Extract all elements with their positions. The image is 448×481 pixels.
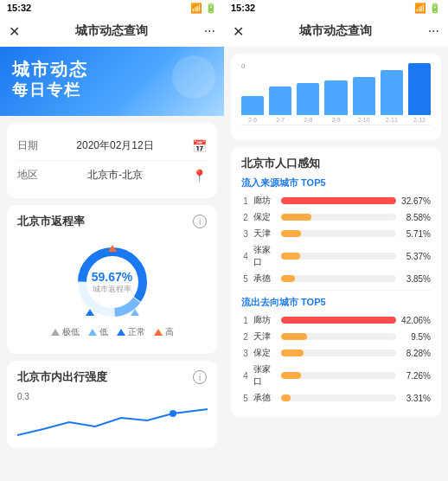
bar-xlabel-4: 2-10 (358, 117, 370, 123)
status-bar-right: 15:32 📶 🔋 (224, 0, 448, 16)
track-in-0 (281, 197, 396, 204)
fill-out-4 (281, 394, 291, 401)
fill-in-0 (281, 197, 396, 204)
fill-in-4 (281, 275, 295, 282)
legend-label-normal: 正常 (128, 326, 145, 338)
city-in-1: 保定 (253, 211, 278, 223)
nav-title-right: 城市动态查询 (299, 23, 372, 39)
legend-row: 极低 低 正常 高 (51, 326, 174, 338)
outflow-section-title: 流出去向城市 TOP5 (241, 296, 431, 309)
bar-xlabel-2: 2-8 (304, 117, 312, 123)
date-row[interactable]: 日期 2020年02月12日 📅 (17, 131, 207, 160)
inflow-item-0: 1 廊坊 32.67% (241, 195, 431, 207)
left-content-area: 日期 2020年02月12日 📅 地区 北京市-北京 📍 北京市返程率 i (0, 116, 224, 481)
region-label: 地区 (17, 168, 38, 183)
bar-col-0: 2-6 (241, 96, 264, 123)
close-icon-right[interactable]: ✕ (233, 23, 244, 40)
rank-in-3: 4 (241, 252, 250, 261)
bar-col-3: 2-9 (324, 80, 347, 123)
legend-high: 高 (154, 326, 174, 338)
city-out-4: 承德 (253, 392, 278, 404)
time-left: 15:32 (7, 3, 31, 13)
pop-card-title: 北京市人口感知 (241, 156, 431, 171)
pct-out-1: 9.5% (400, 332, 431, 342)
left-panel: 15:32 📶 🔋 ✕ 城市动态查询 ··· 城市动态 每日专栏 日期 2020… (0, 0, 224, 481)
fill-out-0 (281, 317, 396, 324)
bar-3 (324, 80, 347, 115)
legend-very-low: 极低 (51, 326, 80, 338)
bar-col-4: 2-10 (353, 77, 375, 123)
return-sub-label: 城市返程率 (92, 284, 132, 295)
city-in-0: 廊坊 (253, 195, 278, 207)
info-icon-return[interactable]: i (193, 215, 207, 228)
outflow-item-0: 1 廊坊 42.06% (241, 314, 431, 326)
pct-in-1: 8.58% (400, 213, 431, 222)
outflow-item-1: 2 天津 9.5% (241, 330, 431, 343)
rank-in-4: 5 (241, 274, 250, 284)
rank-out-0: 1 (241, 316, 250, 325)
bar-xlabel-3: 2-9 (331, 117, 340, 123)
right-panel: 15:32 📶 🔋 ✕ 城市动态查询 ··· 0 2-6 2-7 (224, 0, 448, 481)
legend-label-high: 高 (165, 326, 174, 338)
donut-container: 59.67% 城市返程率 极低 低 正常 (17, 236, 207, 345)
bar-col-5: 2-11 (381, 70, 403, 123)
outflow-item-3: 4 张家口 7.26% (241, 363, 431, 388)
city-in-2: 天津 (253, 228, 278, 240)
bar-col-1: 2-7 (269, 87, 291, 123)
pct-out-2: 8.28% (400, 349, 431, 358)
return-rate-header: 北京市返程率 i (17, 214, 207, 229)
track-in-1 (281, 214, 396, 221)
status-icons-right: 📶 🔋 (414, 3, 441, 14)
rank-out-1: 2 (241, 332, 250, 342)
pct-out-0: 42.06% (400, 316, 431, 325)
legend-normal: 正常 (117, 326, 145, 338)
pct-out-3: 7.26% (400, 371, 431, 381)
legend-label-very-low: 极低 (62, 326, 80, 338)
pct-in-4: 3.85% (400, 274, 431, 284)
population-card: 北京市人口感知 流入来源城市 TOP5 1 廊坊 32.67% 2 保定 8.5… (231, 147, 441, 417)
bar-col-6: 2-12 (408, 63, 431, 123)
legend-label-low: 低 (99, 326, 108, 338)
rank-in-2: 3 (241, 229, 250, 239)
pct-in-2: 5.71% (400, 229, 431, 239)
rank-in-1: 2 (241, 213, 250, 222)
location-icon: 📍 (192, 169, 207, 183)
region-row[interactable]: 地区 北京市-北京 📍 (17, 160, 207, 189)
status-bar-left: 15:32 📶 🔋 (0, 0, 224, 16)
fill-in-2 (281, 230, 301, 237)
donut-text: 59.67% 城市返程率 (92, 270, 132, 295)
more-icon-left[interactable]: ··· (204, 23, 215, 39)
fill-in-3 (281, 253, 300, 260)
bar-6 (408, 63, 431, 115)
track-out-3 (281, 372, 396, 379)
more-icon-right[interactable]: ··· (428, 23, 439, 39)
bar-1 (269, 87, 291, 115)
track-in-4 (281, 275, 396, 282)
outflow-item-2: 3 保定 8.28% (241, 347, 431, 359)
mobility-header: 北京市内出行强度 i (17, 369, 207, 385)
fill-out-1 (281, 333, 307, 340)
track-out-1 (281, 333, 396, 340)
calendar-icon: 📅 (192, 139, 207, 153)
city-out-2: 保定 (253, 347, 278, 359)
bar-4 (353, 77, 375, 115)
pct-out-4: 3.31% (400, 394, 431, 403)
rank-out-4: 5 (241, 394, 250, 403)
bar-xlabel-6: 2-12 (413, 117, 426, 123)
city-in-3: 张家口 (253, 244, 278, 268)
donut-chart: 59.67% 城市返程率 (74, 243, 151, 321)
right-content-area: 0 2-6 2-7 2-8 2-9 (224, 47, 448, 481)
pct-in-3: 5.37% (400, 252, 431, 261)
status-icons-left: 📶 🔋 (190, 3, 217, 14)
inflow-item-3: 4 张家口 5.37% (241, 244, 431, 268)
bar-chart-y-label: 0 (241, 62, 431, 70)
close-icon[interactable]: ✕ (9, 23, 20, 40)
pct-in-0: 32.67% (400, 196, 431, 206)
inflow-item-1: 2 保定 8.58% (241, 211, 431, 223)
date-label: 日期 (17, 138, 38, 153)
city-in-4: 承德 (253, 273, 278, 285)
bar-chart-area: 2-6 2-7 2-8 2-9 2-10 (241, 74, 431, 125)
bar-0 (241, 96, 264, 115)
info-icon-mobility[interactable]: i (193, 370, 207, 384)
bar-5 (381, 70, 403, 115)
